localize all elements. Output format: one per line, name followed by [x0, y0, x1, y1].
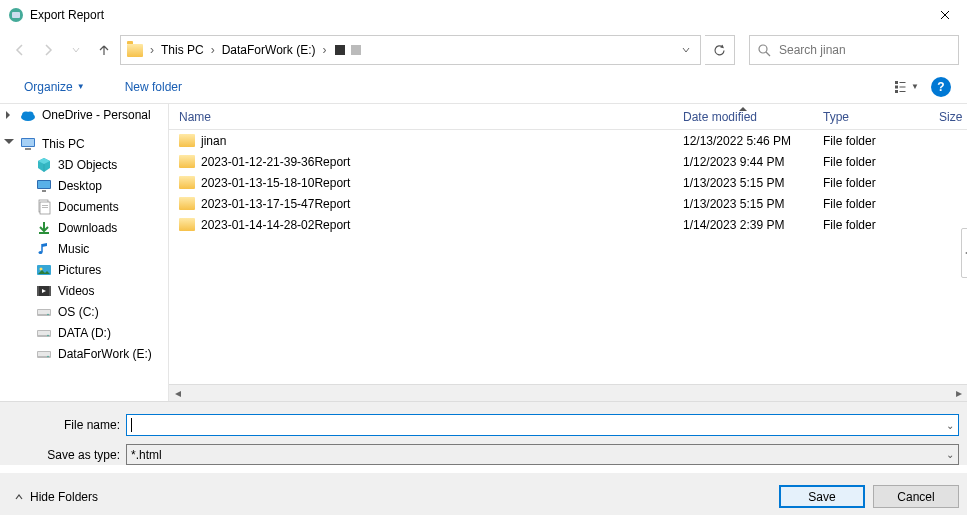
- svg-rect-13: [22, 139, 34, 146]
- svg-rect-16: [38, 181, 50, 188]
- svg-rect-36: [38, 352, 50, 356]
- help-button[interactable]: ?: [931, 77, 951, 97]
- music-icon: [36, 241, 52, 257]
- tree-documents[interactable]: Documents: [0, 196, 168, 217]
- view-options-button[interactable]: ▼: [893, 76, 921, 98]
- tree-thispc[interactable]: This PC: [0, 133, 168, 154]
- file-row[interactable]: 2023-01-12-21-39-36Report1/12/2023 9:44 …: [169, 151, 967, 172]
- address-indicator: [335, 45, 345, 55]
- svg-rect-20: [42, 205, 48, 206]
- cancel-button[interactable]: Cancel: [873, 485, 959, 508]
- svg-rect-3: [895, 81, 898, 84]
- titlebar: Export Report: [0, 0, 967, 30]
- app-icon: [8, 7, 24, 23]
- new-folder-button[interactable]: New folder: [119, 76, 188, 98]
- tree-music[interactable]: Music: [0, 238, 168, 259]
- tree-desktop[interactable]: Desktop: [0, 175, 168, 196]
- caret-down-icon[interactable]: ⌄: [946, 420, 954, 431]
- column-name[interactable]: Name: [169, 110, 673, 124]
- svg-rect-28: [49, 286, 51, 296]
- tree-videos[interactable]: Videos: [0, 280, 168, 301]
- saveastype-select[interactable]: *.html ⌄: [126, 444, 959, 465]
- file-type: File folder: [813, 134, 929, 148]
- forward-button[interactable]: [36, 38, 60, 62]
- drive-icon: [36, 346, 52, 362]
- file-name: jinan: [201, 134, 226, 148]
- folder-icon: [179, 155, 195, 168]
- svg-point-23: [39, 251, 43, 254]
- scroll-left-icon[interactable]: ◂: [169, 385, 186, 402]
- pc-icon: [20, 136, 36, 152]
- scroll-right-icon[interactable]: ▸: [950, 385, 967, 402]
- tree-pictures[interactable]: Pictures: [0, 259, 168, 280]
- file-list-header: Name Date modified Type Size: [169, 104, 967, 130]
- svg-rect-33: [38, 331, 50, 335]
- tree-downloads[interactable]: Downloads: [0, 217, 168, 238]
- hide-folders-button[interactable]: Hide Folders: [14, 490, 98, 504]
- svg-rect-14: [25, 148, 31, 150]
- horizontal-scrollbar[interactable]: ◂ ▸: [169, 384, 967, 401]
- caret-down-icon: ▼: [77, 82, 85, 91]
- save-panel: File name: ⌄ Save as type: *.html ⌄: [0, 401, 967, 465]
- svg-point-31: [47, 313, 49, 315]
- file-date: 1/13/2023 5:15 PM: [673, 176, 813, 190]
- back-button[interactable]: [8, 38, 32, 62]
- svg-point-34: [47, 334, 49, 336]
- filename-label: File name:: [8, 418, 126, 432]
- address-indicator: [351, 45, 361, 55]
- file-date: 1/14/2023 2:39 PM: [673, 218, 813, 232]
- pictures-icon: [36, 262, 52, 278]
- chevron-right-icon[interactable]: ›: [319, 43, 329, 57]
- file-row[interactable]: 2023-01-13-15-18-10Report1/13/2023 5:15 …: [169, 172, 967, 193]
- close-button[interactable]: [922, 0, 967, 30]
- file-row[interactable]: 2023-01-13-17-15-47Report1/13/2023 5:15 …: [169, 193, 967, 214]
- file-row[interactable]: jinan12/13/2022 5:46 PMFile folder: [169, 130, 967, 151]
- breadcrumb-drive[interactable]: DataForWork (E:): [220, 43, 318, 57]
- file-row[interactable]: 2023-01-14-14-28-02Report1/14/2023 2:39 …: [169, 214, 967, 235]
- folder-icon: [179, 134, 195, 147]
- refresh-button[interactable]: [705, 35, 735, 65]
- column-size[interactable]: Size: [929, 110, 965, 124]
- tree-dataforwork-e[interactable]: DataForWork (E:): [0, 343, 168, 364]
- file-name: 2023-01-13-15-18-10Report: [201, 176, 350, 190]
- chevron-right-icon[interactable]: ›: [208, 43, 218, 57]
- folder-icon: [179, 176, 195, 189]
- tree-3dobjects[interactable]: 3D Objects: [0, 154, 168, 175]
- address-extras: [331, 45, 365, 55]
- svg-rect-21: [42, 207, 48, 208]
- drive-icon: [36, 304, 52, 320]
- tree-onedrive[interactable]: OneDrive - Personal: [0, 104, 168, 125]
- address-bar[interactable]: › This PC › DataForWork (E:) ›: [120, 35, 701, 65]
- column-date[interactable]: Date modified: [673, 110, 813, 124]
- toolbar: Organize ▼ New folder ▼ ?: [0, 70, 967, 104]
- desktop-icon: [36, 178, 52, 194]
- svg-rect-27: [37, 286, 39, 296]
- videos-icon: [36, 283, 52, 299]
- cube-icon: [36, 157, 52, 173]
- recent-dropdown[interactable]: [64, 38, 88, 62]
- footer: Hide Folders Save Cancel: [0, 473, 967, 515]
- svg-point-2: [759, 45, 767, 53]
- svg-rect-8: [900, 91, 906, 92]
- address-dropdown[interactable]: [676, 43, 696, 57]
- svg-point-25: [40, 267, 43, 270]
- search-input[interactable]: Search jinan: [749, 35, 959, 65]
- tree-os-c[interactable]: OS (C:): [0, 301, 168, 322]
- svg-rect-17: [42, 190, 46, 192]
- file-name: 2023-01-12-21-39-36Report: [201, 155, 350, 169]
- svg-rect-22: [39, 232, 49, 234]
- documents-icon: [36, 199, 52, 215]
- save-button[interactable]: Save: [779, 485, 865, 508]
- chevron-right-icon[interactable]: ›: [147, 43, 157, 57]
- folder-icon: [125, 40, 145, 60]
- organize-button[interactable]: Organize ▼: [18, 76, 91, 98]
- up-button[interactable]: [92, 38, 116, 62]
- breadcrumb-thispc[interactable]: This PC: [159, 43, 206, 57]
- caret-down-icon: ▼: [911, 82, 919, 91]
- tree-data-d[interactable]: DATA (D:): [0, 322, 168, 343]
- text-cursor: [131, 418, 132, 432]
- navigation-tree[interactable]: OneDrive - Personal This PC 3D Objects D…: [0, 104, 168, 401]
- column-type[interactable]: Type: [813, 110, 929, 124]
- filename-input[interactable]: ⌄: [126, 414, 959, 436]
- file-type: File folder: [813, 197, 929, 211]
